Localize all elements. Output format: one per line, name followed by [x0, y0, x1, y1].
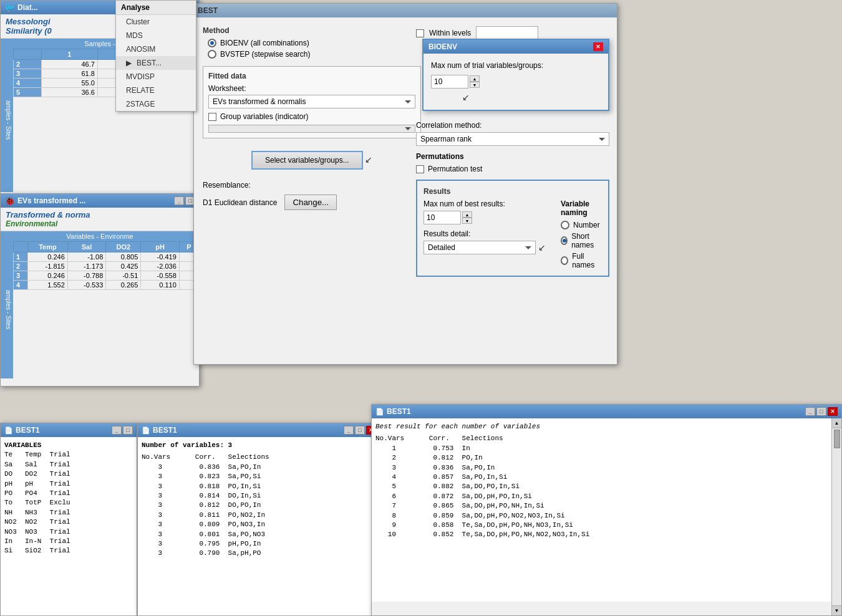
- detail-arrow: [525, 246, 531, 249]
- variable-naming-box: Variable naming Number Short names Full …: [561, 200, 602, 269]
- max-best-up[interactable]: ▲: [462, 211, 472, 218]
- select-variables-btn[interactable]: Select variables/groups...: [251, 151, 363, 170]
- best1-results-titlebar: 📄 BEST1 _ □ ✕: [372, 405, 841, 418]
- fitted-data-label: Fitted data: [208, 72, 415, 80]
- group-variables-arrow: [405, 127, 411, 130]
- evs-minimize-btn[interactable]: _: [174, 196, 184, 205]
- results-header: Best result for each number of variables: [375, 422, 828, 431]
- vars-row-si: Si SiO2 Trial: [4, 546, 133, 556]
- resemblance-row: D1 Euclidean distance Change...: [203, 195, 421, 210]
- corr-row-7: 3 0.809 PO,NO3,In: [142, 520, 376, 529]
- max-trial-cursor: ↙: [462, 92, 601, 102]
- permutations-label: Permutations: [416, 152, 609, 161]
- method-label: Method: [203, 26, 421, 35]
- results-label: Results: [423, 187, 602, 196]
- menu-item-mds[interactable]: MDS: [116, 29, 196, 42]
- group-variables-label: Group variables (indicator): [220, 112, 308, 121]
- results-row-6: 6 0.872 Sa,DO,pH,PO,In,Si: [375, 492, 828, 501]
- correlation-arrow: [599, 138, 605, 141]
- results-row-5: 5 0.882 Sa,DO,PO,In,Si: [375, 482, 828, 491]
- diat-row-header: amples - Sites: [1, 49, 13, 192]
- table-row: 4 1.552 -0.533 0.265 0.110: [14, 281, 199, 290]
- results-minimize-btn[interactable]: _: [805, 407, 815, 416]
- corr-minimize-btn[interactable]: _: [344, 426, 354, 435]
- corr-restore-btn[interactable]: □: [355, 426, 365, 435]
- results-row-10: 10 0.852 Te,Sa,DO,pH,PO,NH,NO2,NO3,In,Si: [375, 530, 828, 539]
- max-trial-input[interactable]: 10: [431, 75, 468, 89]
- radio-bvstep-label: BVSTEP (stepwise search): [220, 50, 311, 59]
- naming-number[interactable]: Number: [561, 221, 602, 229]
- change-btn[interactable]: Change...: [284, 195, 337, 210]
- corr-row-6: 3 0.811 PO,NO2,In: [142, 511, 376, 520]
- vars-row-ph: pH pH Trial: [4, 479, 133, 489]
- vars-row-te: Te Temp Trial: [4, 450, 133, 460]
- permutation-test-row: Permutation test: [416, 165, 609, 173]
- menu-item-relate[interactable]: RELATE: [116, 84, 196, 97]
- within-levels-row: Within levels: [416, 26, 609, 40]
- naming-full[interactable]: Full names: [561, 252, 602, 269]
- vars-restore-btn[interactable]: □: [123, 426, 133, 435]
- bioenv-close-btn[interactable]: ✕: [593, 42, 603, 51]
- worksheet-label: Worksheet:: [208, 84, 415, 93]
- scroll-up[interactable]: ▲: [832, 418, 841, 428]
- results-scrollbar[interactable]: ▲ ▼: [831, 418, 841, 615]
- evs-titlebar: 🐞 EVs transformed ... _ □: [1, 194, 199, 208]
- results-row-1: 1 0.753 In: [375, 444, 828, 453]
- diat-th-row: [14, 49, 42, 60]
- evs-table: Temp Sal DO2 pH P 1 0.246 -1.08 0.805 -0…: [13, 241, 199, 290]
- corr-col-headers: No.Vars Corr. Selections: [142, 453, 376, 462]
- variable-naming-label: Variable naming: [561, 200, 602, 217]
- evs-subtitle1: Transformed & norma: [6, 210, 194, 219]
- permutation-test-checkbox[interactable]: [416, 165, 424, 173]
- results-content: Best result for each number of variables…: [372, 418, 831, 602]
- menu-item-2stage[interactable]: 2STAGE: [116, 97, 196, 111]
- results-row-8: 8 0.859 Sa,DO,pH,PO,NO2,NO3,In,Si: [375, 511, 828, 521]
- vars-header: VARIABLES: [4, 441, 133, 450]
- menu-item-anosim[interactable]: ANOSIM: [116, 42, 196, 56]
- max-trial-up[interactable]: ▲: [470, 75, 480, 82]
- vars-row-no2: NO2 NO2 Trial: [4, 517, 133, 527]
- detail-dropdown[interactable]: Detailed: [423, 241, 536, 254]
- evs-tab: Variables - Environme: [1, 231, 199, 241]
- worksheet-dropdown[interactable]: EVs transformed & normalis: [208, 95, 415, 108]
- menu-item-mvdisp[interactable]: MVDISP: [116, 70, 196, 84]
- max-best-input[interactable]: 10: [423, 211, 461, 224]
- table-row: 2 -1.815 -1.173 0.425 -2.036 -: [14, 262, 199, 271]
- max-best-label: Max num of best results:: [423, 200, 546, 208]
- menu-item-cluster[interactable]: Cluster: [116, 15, 196, 29]
- menu-item-best[interactable]: ▶ BEST...: [116, 56, 196, 70]
- results-row-9: 9 0.858 Te,Sa,DO,pH,PO,NH,NO3,In,Si: [375, 521, 828, 530]
- radio-bioenv[interactable]: BIOENV (all combinations): [208, 39, 421, 47]
- max-best-arrows: ▲ ▼: [462, 211, 472, 224]
- corr-row-8: 3 0.801 Sa,PO,NO3: [142, 530, 376, 539]
- group-variables-checkbox[interactable]: [208, 113, 216, 121]
- results-close-btn[interactable]: ✕: [828, 407, 838, 416]
- within-levels-checkbox[interactable]: [416, 29, 424, 37]
- scroll-down[interactable]: ▼: [832, 605, 841, 615]
- results-row-2: 2 0.812 PO,In: [375, 453, 828, 463]
- diat-th-1: 1: [41, 49, 97, 60]
- results-grid: Max num of best results: 10 ▲ ▼ Results …: [423, 200, 602, 269]
- max-trial-spinner: 10 ▲ ▼: [431, 75, 601, 89]
- group-variables-dropdown[interactable]: [208, 125, 415, 133]
- within-levels-input[interactable]: [476, 26, 538, 40]
- max-trial-down[interactable]: ▼: [470, 82, 480, 88]
- naming-full-dot: [561, 256, 568, 265]
- corr-row-3: 3 0.818 PO,In,Si: [142, 482, 376, 491]
- evs-th-sal: Sal: [67, 242, 106, 253]
- vars-row-nh: NH NH3 Trial: [4, 508, 133, 517]
- radio-bioenv-dot: [208, 39, 216, 47]
- radio-bvstep[interactable]: BVSTEP (stepwise search): [208, 50, 421, 59]
- evs-th-row: [14, 242, 28, 253]
- vars-minimize-btn[interactable]: _: [112, 426, 122, 435]
- radio-bioenv-label: BIOENV (all combinations): [220, 39, 309, 47]
- evs-th-ph: pH: [141, 242, 180, 253]
- results-restore-btn[interactable]: □: [816, 407, 826, 416]
- correlation-dropdown[interactable]: Spearman rank: [416, 132, 609, 146]
- evs-th-temp: Temp: [28, 242, 68, 253]
- worksheet-value: EVs transformed & normalis: [213, 97, 306, 106]
- naming-short[interactable]: Short names: [561, 232, 602, 249]
- max-best-down[interactable]: ▼: [462, 218, 472, 224]
- worksheet-dropdown-arrow: [405, 100, 411, 103]
- detail-value: Detailed: [428, 243, 455, 252]
